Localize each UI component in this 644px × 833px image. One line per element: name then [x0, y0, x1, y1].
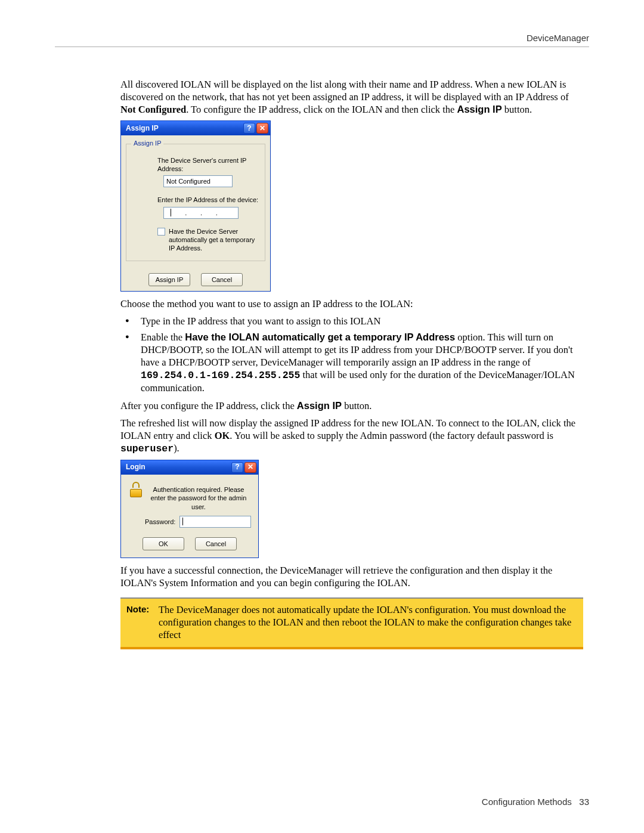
login-buttons: OK Cancel — [127, 531, 252, 555]
enter-ip-label: Enter the IP Address of the device: — [157, 196, 259, 204]
auto-ip-row: Have the Device Server automatically get… — [157, 227, 259, 252]
cursor — [182, 518, 183, 525]
password-row: Password: — [145, 516, 252, 528]
login-titlebar[interactable]: Login ? ✕ — [121, 460, 258, 475]
assign-ip-button[interactable]: Assign IP — [148, 273, 190, 286]
login-message: Authentication required. Please enter th… — [147, 482, 252, 511]
assign-ip-group: Assign IP The Device Server's current IP… — [126, 144, 265, 261]
cancel-button[interactable]: Cancel — [195, 537, 237, 550]
text: . To configure the IP address, click on … — [186, 104, 457, 115]
login-body: Authentication required. Please enter th… — [121, 475, 258, 558]
dialog-buttons: Assign IP Cancel — [121, 267, 270, 291]
text: All discovered IOLAN will be displayed o… — [120, 79, 569, 103]
assign-ip-dialog: Assign IP ? ✕ Assign IP The Device Serve… — [120, 120, 271, 291]
footer-section: Configuration Methods — [482, 797, 572, 807]
superuser-code: superuser — [120, 443, 174, 454]
help-icon[interactable]: ? — [231, 462, 243, 473]
help-icon[interactable]: ? — [243, 123, 255, 134]
text: Enable the — [141, 332, 185, 343]
choose-method-text: Choose the method you want to use to ass… — [120, 298, 583, 310]
list-item: Enable the Have the IOLAN automatically … — [136, 331, 583, 395]
note-box: Note: The DeviceManager does not automat… — [120, 597, 583, 649]
refreshed-list-text: The refreshed list will now display the … — [120, 417, 583, 455]
ok-button[interactable]: OK — [143, 537, 184, 550]
success-text: If you have a successful connection, the… — [120, 564, 583, 589]
note-text: The DeviceManager does not automatically… — [159, 603, 577, 641]
footer-page: 33 — [579, 797, 589, 807]
main-content: All discovered IOLAN will be displayed o… — [120, 78, 583, 649]
password-label: Password: — [145, 518, 179, 526]
close-icon[interactable]: ✕ — [244, 462, 256, 473]
ip-address-field[interactable]: . . . — [163, 207, 239, 219]
lock-icon — [129, 482, 144, 497]
dialog-title: Login — [126, 463, 230, 472]
auto-ip-checkbox[interactable] — [157, 228, 165, 236]
ip-range-code: 169.254.0.1-169.254.255.255 — [141, 370, 300, 381]
login-dialog: Login ? ✕ Authentication required. Pleas… — [120, 460, 259, 558]
text: . You will be asked to supply the Admin … — [230, 430, 553, 441]
dialog-title: Assign IP — [126, 124, 242, 133]
auto-ip-label: Have the Device Server automatically get… — [169, 227, 259, 252]
cursor — [171, 209, 171, 216]
method-list: Type in the IP address that you want to … — [120, 315, 583, 395]
header-title: DeviceManager — [55, 33, 589, 47]
text: ). — [174, 442, 179, 454]
group-label: Assign IP — [131, 139, 163, 147]
note-label: Note: — [126, 603, 159, 641]
page-footer: Configuration Methods 33 — [482, 797, 589, 807]
option-bold: Have the IOLAN automatically get a tempo… — [185, 332, 455, 342]
close-icon[interactable]: ✕ — [256, 123, 268, 134]
text: button. — [502, 104, 532, 115]
assign-ip-titlebar[interactable]: Assign IP ? ✕ — [121, 121, 270, 135]
ok-bold: OK — [215, 430, 230, 441]
current-ip-label: The Device Server's current IP Address: — [157, 156, 259, 173]
after-configure-text: After you configure the IP address, clic… — [120, 400, 583, 412]
text: After you configure the IP address, clic… — [120, 400, 297, 411]
not-configured-bold: Not Configured — [120, 104, 186, 115]
text: button. — [342, 400, 371, 411]
password-field[interactable] — [179, 516, 251, 528]
cancel-button[interactable]: Cancel — [201, 273, 243, 286]
intro-paragraph: All discovered IOLAN will be displayed o… — [120, 78, 583, 116]
assign-ip-label: Assign IP — [457, 104, 501, 114]
assign-ip-bold: Assign IP — [297, 400, 342, 411]
current-ip-field[interactable]: Not Configured — [163, 175, 233, 187]
list-item: Type in the IP address that you want to … — [136, 315, 583, 327]
